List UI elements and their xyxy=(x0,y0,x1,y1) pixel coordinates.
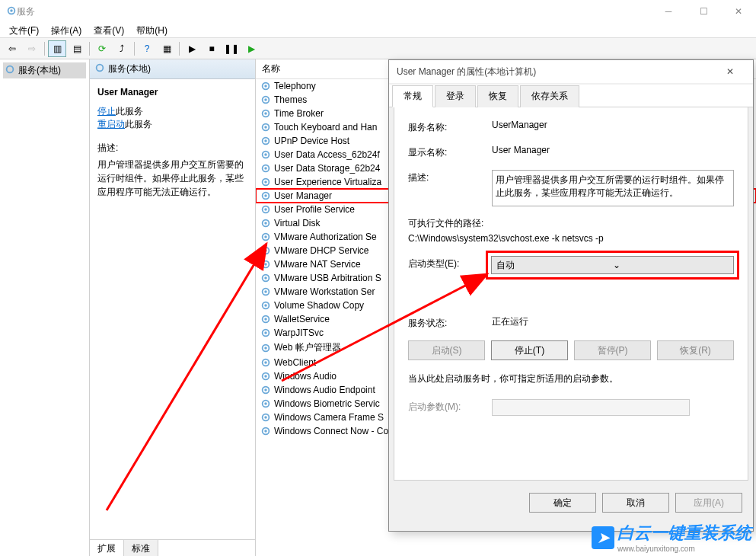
dialog-titlebar[interactable]: User Manager 的属性(本地计算机) ✕ xyxy=(389,60,753,83)
detail-tabs: 扩展 标准 xyxy=(90,539,255,556)
svg-point-5 xyxy=(264,85,267,88)
help-button[interactable]: ? xyxy=(138,40,156,57)
svg-point-15 xyxy=(264,153,267,156)
tab-extended[interactable]: 扩展 xyxy=(90,540,124,556)
service-name: WalletService xyxy=(274,314,330,324)
export-button[interactable]: ⤴ xyxy=(113,40,131,57)
window-controls: ─ ☐ ✕ xyxy=(651,0,756,23)
service-icon xyxy=(260,177,271,187)
resume-button: 恢复(R) xyxy=(657,340,734,360)
tree-root[interactable]: 服务(本地) xyxy=(3,62,86,78)
tab-logon[interactable]: 登录 xyxy=(435,85,476,107)
service-name: VMware Authorization Se xyxy=(274,232,377,242)
close-button[interactable]: ✕ xyxy=(721,0,756,23)
tab-recovery[interactable]: 恢复 xyxy=(477,85,518,107)
service-name: Telephony xyxy=(274,81,316,91)
col-name[interactable]: 名称 xyxy=(256,59,408,78)
service-name: WarpJITSvc xyxy=(274,328,324,338)
desc-label: 描述: xyxy=(97,142,247,155)
svg-point-33 xyxy=(264,276,267,280)
restart-service-button[interactable]: ▶ xyxy=(242,40,260,57)
minimize-button[interactable]: ─ xyxy=(651,0,686,23)
restart-suffix: 此服务 xyxy=(125,119,152,129)
stop-button[interactable]: 停止(T) xyxy=(491,340,568,360)
service-icon xyxy=(260,357,271,368)
tab-dependencies[interactable]: 依存关系 xyxy=(520,85,579,107)
start-button: 启动(S) xyxy=(408,340,485,360)
back-button[interactable]: ⇦ xyxy=(3,40,21,57)
chevron-down-icon: ⌄ xyxy=(613,260,729,270)
label-svcname: 服务名称: xyxy=(408,120,492,134)
menu-action[interactable]: 操作(A) xyxy=(45,23,88,37)
service-icon xyxy=(260,286,271,297)
properties-button[interactable]: ▤ xyxy=(68,40,86,57)
service-icon xyxy=(260,300,271,311)
stop-link[interactable]: 停止 xyxy=(97,106,116,117)
service-name: VMware USB Arbitration S xyxy=(274,273,381,283)
service-icon xyxy=(260,108,271,119)
svg-point-41 xyxy=(264,331,267,334)
value-svcname: UserManager xyxy=(492,120,734,130)
service-name: Themes xyxy=(274,94,307,105)
maximize-button[interactable]: ☐ xyxy=(686,0,721,23)
value-desc[interactable]: 用户管理器提供多用户交互所需要的运行时组件。如果停止此服务，某些应用程序可能无法… xyxy=(492,170,734,206)
ok-button[interactable]: 确定 xyxy=(529,493,596,513)
menu-help[interactable]: 帮助(H) xyxy=(130,23,174,37)
service-name: Touch Keyboard and Han xyxy=(274,122,377,133)
dialog-title: User Manager 的属性(本地计算机) xyxy=(397,66,715,78)
selected-service-name: User Manager xyxy=(97,87,247,97)
svg-point-29 xyxy=(264,249,267,252)
service-icon xyxy=(260,149,271,160)
service-icon xyxy=(260,190,271,201)
properties-dialog: User Manager 的属性(本地计算机) ✕ 常规 登录 恢复 依存关系 … xyxy=(388,59,754,532)
svg-point-11 xyxy=(264,126,267,129)
svg-point-47 xyxy=(264,375,267,378)
combo-value: 自动 xyxy=(496,259,612,272)
service-name: Windows Biometric Servic xyxy=(274,398,380,409)
dialog-close-button[interactable]: ✕ xyxy=(715,60,745,83)
services-icon xyxy=(94,62,105,75)
svg-point-2 xyxy=(7,66,14,73)
service-name: Windows Audio xyxy=(274,371,337,382)
desc-text: 用户管理器提供多用户交互所需要的运行时组件。如果停止此服务，某些应用程序可能无法… xyxy=(97,158,247,199)
svg-point-43 xyxy=(264,347,267,350)
menubar: 文件(F) 操作(A) 查看(V) 帮助(H) xyxy=(0,23,756,38)
service-icon xyxy=(260,122,271,133)
service-icon xyxy=(260,232,271,242)
svg-point-37 xyxy=(264,304,267,307)
services-icon xyxy=(5,64,15,77)
watermark: ➤ 白云一键重装系统 www.baiyunxitong.com xyxy=(592,522,751,553)
options-button[interactable]: ▦ xyxy=(158,40,176,57)
menu-view[interactable]: 查看(V) xyxy=(88,23,130,37)
restart-link[interactable]: 重启动 xyxy=(97,119,125,129)
forward-button[interactable]: ⇨ xyxy=(23,40,41,57)
dialog-body: 服务名称:UserManager 显示名称:User Manager 描述:用户… xyxy=(394,107,748,481)
startup-type-combo[interactable]: 自动⌄ xyxy=(491,256,734,274)
tree-root-label: 服务(本地) xyxy=(18,64,61,77)
svg-point-55 xyxy=(264,430,267,433)
pause-service-button[interactable]: ❚❚ xyxy=(222,40,241,57)
service-name: User Data Access_62b24f xyxy=(274,149,380,160)
tab-standard[interactable]: 标准 xyxy=(124,540,158,556)
service-icon xyxy=(260,136,271,146)
apply-button: 应用(A) xyxy=(675,493,742,513)
tab-general[interactable]: 常规 xyxy=(392,85,433,107)
service-name: Windows Audio Endpoint xyxy=(274,385,375,395)
service-icon xyxy=(260,426,271,436)
menu-file[interactable]: 文件(F) xyxy=(3,23,45,37)
stop-service-button[interactable]: ■ xyxy=(203,40,221,57)
svg-point-45 xyxy=(264,361,267,364)
service-icon xyxy=(260,328,271,338)
detail-pane: 服务(本地) User Manager 停止此服务 重启动此服务 描述: 用户管… xyxy=(90,59,256,556)
service-name: User Profile Service xyxy=(274,204,355,215)
refresh-button[interactable]: ⟳ xyxy=(93,40,111,57)
value-status: 正在运行 xyxy=(492,315,734,328)
service-icon xyxy=(260,204,271,215)
label-desc: 描述: xyxy=(408,170,492,184)
cancel-button[interactable]: 取消 xyxy=(602,493,669,513)
status-buttons: 启动(S) 停止(T) 暂停(P) 恢复(R) xyxy=(408,340,734,360)
start-service-button[interactable]: ▶ xyxy=(183,40,201,57)
watermark-icon: ➤ xyxy=(592,526,614,549)
detail-header: 服务(本地) xyxy=(90,59,255,79)
view-panel-button[interactable]: ▥ xyxy=(48,40,66,57)
